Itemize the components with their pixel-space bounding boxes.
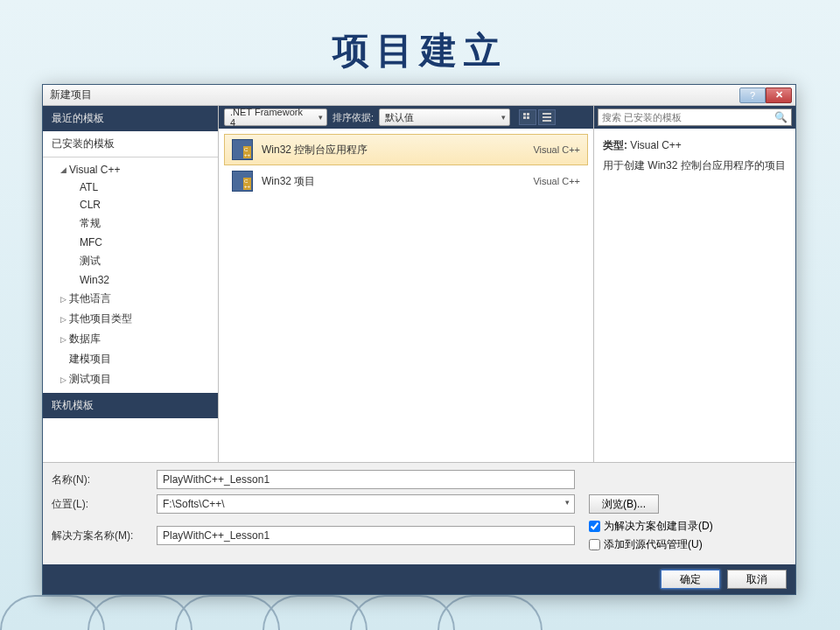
type-row: 类型: Visual C++ <box>603 137 787 154</box>
type-label: 类型: <box>603 139 627 151</box>
ok-button[interactable]: 确定 <box>661 570 720 589</box>
dialog-title: 新建项目 <box>46 88 739 102</box>
tree-win32[interactable]: Win32 <box>43 271 218 289</box>
recent-templates-header[interactable]: 最近的模板 <box>43 106 218 131</box>
name-field[interactable] <box>157 470 575 489</box>
tree-atl[interactable]: ATL <box>43 178 218 196</box>
template-win32-project[interactable]: Win32 项目 Visual C++ <box>224 165 588 197</box>
template-lang: Visual C++ <box>533 176 580 186</box>
left-panel: 最近的模板 已安装的模板 ◢Visual C++ ATL CLR 常规 MFC … <box>43 106 218 462</box>
search-row: 🔍 <box>594 106 795 129</box>
create-dir-label: 为解决方案创建目录(D) <box>604 519 713 534</box>
template-tree: ◢Visual C++ ATL CLR 常规 MFC 测试 Win32 ▷其他语… <box>43 158 218 393</box>
svg-rect-5 <box>542 116 551 118</box>
template-win32-console[interactable]: Win32 控制台应用程序 Visual C++ <box>224 134 588 165</box>
view-small-icons[interactable] <box>519 109 536 125</box>
type-value: Visual C++ <box>630 139 681 151</box>
toolbar: .NET Framework 4 排序依据: 默认值 <box>219 106 593 129</box>
add-source-label: 添加到源代码管理(U) <box>604 537 703 552</box>
tree-clr[interactable]: CLR <box>43 196 218 214</box>
new-project-dialog: 新建项目 ? ✕ 最近的模板 已安装的模板 ◢Visual C++ ATL CL… <box>42 84 796 595</box>
tree-modeling[interactable]: 建模项目 <box>43 349 218 369</box>
sort-combo[interactable]: 默认值 <box>379 108 510 126</box>
tree-test[interactable]: 测试 <box>43 251 218 271</box>
help-button[interactable]: ? <box>739 88 766 103</box>
tree-general[interactable]: 常规 <box>43 214 218 234</box>
right-panel: 🔍 类型: Visual C++ 用于创建 Win32 控制台应用程序的项目 <box>594 106 795 462</box>
location-field[interactable] <box>157 494 575 514</box>
svg-rect-4 <box>542 113 551 115</box>
left-spacer <box>43 418 218 462</box>
template-name: Win32 控制台应用程序 <box>262 143 524 158</box>
search-icon: 🔍 <box>774 111 788 123</box>
chevron-right-icon: ▷ <box>60 295 69 304</box>
details-icon <box>542 112 552 122</box>
chevron-right-icon: ▷ <box>60 335 69 344</box>
tree-visual-cpp[interactable]: ◢Visual C++ <box>43 161 218 178</box>
center-panel: .NET Framework 4 排序依据: 默认值 <box>218 106 594 462</box>
sort-label: 排序依据: <box>332 111 374 124</box>
small-icons-icon <box>522 112 533 122</box>
add-source-input[interactable] <box>589 539 600 550</box>
cpp-project-icon <box>232 171 253 192</box>
cancel-button[interactable]: 取消 <box>727 570 787 589</box>
name-label: 名称(N): <box>52 472 150 487</box>
button-bar: 确定 取消 <box>43 564 795 594</box>
close-button[interactable]: ✕ <box>766 88 792 103</box>
bottom-form: 名称(N): 位置(L): 浏览(B)... 解决方案名称(M): 为解决方案创… <box>43 462 795 564</box>
solution-label: 解决方案名称(M): <box>52 528 150 543</box>
description-text: 用于创建 Win32 控制台应用程序的项目 <box>603 158 787 174</box>
template-name: Win32 项目 <box>262 174 524 189</box>
create-dir-checkbox[interactable]: 为解决方案创建目录(D) <box>589 519 713 534</box>
installed-templates-header[interactable]: 已安装的模板 <box>43 131 218 158</box>
svg-rect-0 <box>523 113 526 116</box>
search-box[interactable]: 🔍 <box>598 108 792 126</box>
titlebar: 新建项目 ? ✕ <box>43 85 795 106</box>
search-input[interactable] <box>602 112 774 122</box>
location-label: 位置(L): <box>52 497 150 512</box>
create-dir-input[interactable] <box>589 521 600 532</box>
svg-rect-6 <box>542 120 551 122</box>
online-templates-header[interactable]: 联机模板 <box>43 393 218 418</box>
svg-rect-1 <box>527 113 529 116</box>
framework-combo[interactable]: .NET Framework 4 <box>224 108 327 126</box>
chevron-right-icon: ▷ <box>60 375 69 384</box>
svg-rect-2 <box>523 116 526 119</box>
tree-other-lang[interactable]: ▷其他语言 <box>43 289 218 309</box>
template-lang: Visual C++ <box>533 144 580 155</box>
add-source-checkbox[interactable]: 添加到源代码管理(U) <box>589 537 713 552</box>
chevron-right-icon: ▷ <box>60 315 69 324</box>
description-area: 类型: Visual C++ 用于创建 Win32 控制台应用程序的项目 <box>594 129 795 183</box>
tree-database[interactable]: ▷数据库 <box>43 329 218 349</box>
template-list: Win32 控制台应用程序 Visual C++ Win32 项目 Visual… <box>219 129 593 462</box>
tree-other-types[interactable]: ▷其他项目类型 <box>43 309 218 329</box>
solution-field[interactable] <box>157 526 575 545</box>
page-title: 项目建立 <box>0 0 840 93</box>
view-details[interactable] <box>538 109 556 125</box>
chevron-down-icon: ◢ <box>60 165 69 174</box>
tree-test-proj[interactable]: ▷测试项目 <box>43 369 218 389</box>
tree-mfc[interactable]: MFC <box>43 234 218 251</box>
cpp-project-icon <box>232 139 253 160</box>
svg-rect-3 <box>527 116 529 119</box>
browse-button[interactable]: 浏览(B)... <box>589 494 659 514</box>
